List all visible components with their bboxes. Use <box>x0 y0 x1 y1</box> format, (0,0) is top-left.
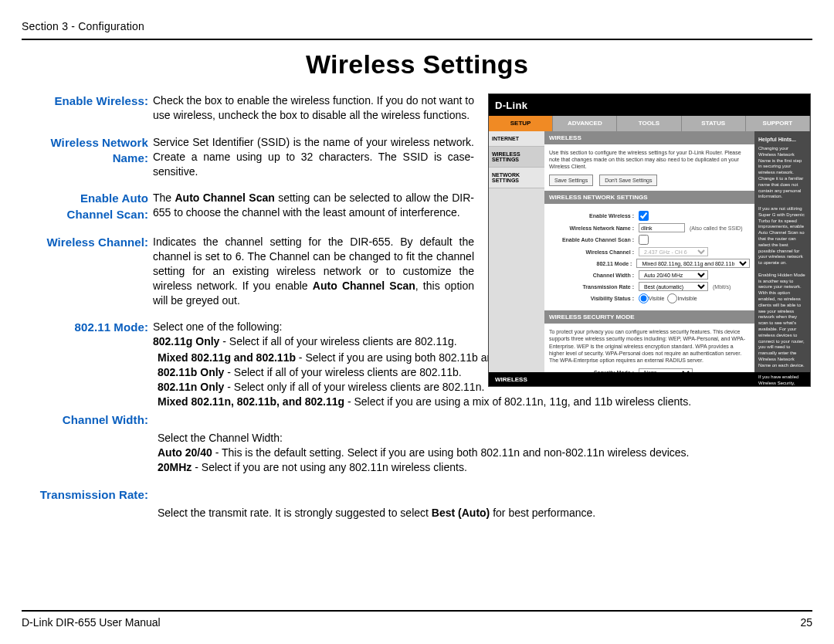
label-rate: Transmission Rate: <box>22 487 153 503</box>
desc-auto-chan: The Auto Channel Scan setting can be sel… <box>153 191 474 220</box>
mode-select[interactable]: Mixed 802.11ng, 802.11g and 802.11b <box>636 259 750 268</box>
security-mode-select[interactable]: None <box>639 368 693 372</box>
label-ssid: Wireless NetworkName: <box>22 135 153 167</box>
vis-invisible-label: Invisible <box>677 295 697 302</box>
ui-tabs: SETUP ADVANCED TOOLS STATUS SUPPORT <box>489 116 810 131</box>
label-enable-wireless: Enable Wireless: <box>22 93 153 109</box>
desc-channel: Indicates the channel setting for the DI… <box>153 235 474 307</box>
desc-ssid: Service Set Identifier (SSID) is the nam… <box>153 135 474 179</box>
panel-wireless-h: WIRELESS <box>544 131 754 144</box>
panel-security-h: WIRELESS SECURITY MODE <box>544 310 754 324</box>
panel-wireless-text: Use this section to configure the wirele… <box>549 149 750 170</box>
auto-channel-checkbox[interactable] <box>639 235 649 245</box>
row-tr-label: Transmission Rate : <box>549 283 634 290</box>
desc-rate: Select the transmit rate. It is strongly… <box>158 506 812 520</box>
bottom-rule <box>22 610 812 612</box>
row-channel-label: Wireless Channel : <box>549 249 634 256</box>
dont-save-button[interactable]: Don't Save Settings <box>599 175 657 186</box>
tr-note: (Mbit/s) <box>713 283 731 290</box>
tab-status[interactable]: STATUS <box>682 116 746 131</box>
panel-net-settings-h: WIRELESS NETWORK SETTINGS <box>544 191 754 204</box>
channel-width-select[interactable]: Auto 20/40 MHz <box>639 270 708 280</box>
label-channel: Wireless Channel: <box>22 235 153 250</box>
label-auto-chan: Enable AutoChannel Scan: <box>22 191 153 222</box>
footer-left: D-Link DIR-655 User Manual <box>22 616 161 629</box>
side-wireless[interactable]: WIRELESS SETTINGS <box>489 147 544 168</box>
ui-main: WIRELESS Use this section to configure t… <box>544 131 754 372</box>
top-rule <box>22 39 812 40</box>
save-button[interactable]: Save Settings <box>549 175 593 186</box>
panel-security-text: To protect your privacy you can configur… <box>549 328 750 363</box>
channel-select[interactable]: 2.437 GHz - CH 6 <box>639 247 708 256</box>
row-auto-chan-label: Enable Auto Channel Scan : <box>549 236 634 243</box>
row-ssid-label: Wireless Network Name : <box>549 225 634 232</box>
section-header: Section 3 - Configuration <box>22 20 812 32</box>
side-internet[interactable]: INTERNET <box>489 131 544 147</box>
footer-right: 25 <box>800 616 812 629</box>
tab-support[interactable]: SUPPORT <box>746 116 810 131</box>
ui-hints: Helpful Hints... Changing your Wireless … <box>754 131 810 372</box>
hints-text: Changing your Wireless Network Name is t… <box>758 146 806 387</box>
dlink-logo: D-Link <box>495 100 527 111</box>
row-enable-wireless-label: Enable Wireless : <box>549 212 634 219</box>
tab-tools[interactable]: TOOLS <box>617 116 681 131</box>
ui-sidebar: INTERNET WIRELESS SETTINGS NETWORK SETTI… <box>489 131 544 372</box>
visibility-visible-radio[interactable] <box>639 293 649 303</box>
tab-setup[interactable]: SETUP <box>489 116 553 131</box>
ssid-input[interactable] <box>639 223 685 232</box>
label-width: Channel Width: <box>22 412 153 428</box>
router-screenshot: D-Link SETUP ADVANCED TOOLS STATUS SUPPO… <box>488 93 812 387</box>
ssid-note: (Also called the SSID) <box>690 225 742 232</box>
row-mode-label: 802.11 Mode : <box>549 260 632 267</box>
row-sec-mode-label: Security Mode : <box>549 369 634 372</box>
row-cw-label: Channel Width : <box>549 272 634 279</box>
tx-rate-select[interactable]: Best (automatic) <box>639 282 708 291</box>
vis-visible-label: Visible <box>649 295 665 302</box>
visibility-invisible-radio[interactable] <box>667 293 677 303</box>
enable-wireless-checkbox[interactable] <box>639 211 649 221</box>
hints-heading: Helpful Hints... <box>758 136 806 143</box>
desc-width: Select the Channel Width: Auto 20/40 - T… <box>158 431 812 475</box>
page-title: Wireless Settings <box>22 49 812 80</box>
side-network[interactable]: NETWORK SETTINGS <box>489 168 544 188</box>
label-mode: 802.11 Mode: <box>22 320 153 335</box>
tab-advanced[interactable]: ADVANCED <box>553 116 617 131</box>
desc-enable-wireless: Check the box to enable the wireless fun… <box>153 93 474 123</box>
row-vis-label: Visibility Status : <box>549 295 634 302</box>
